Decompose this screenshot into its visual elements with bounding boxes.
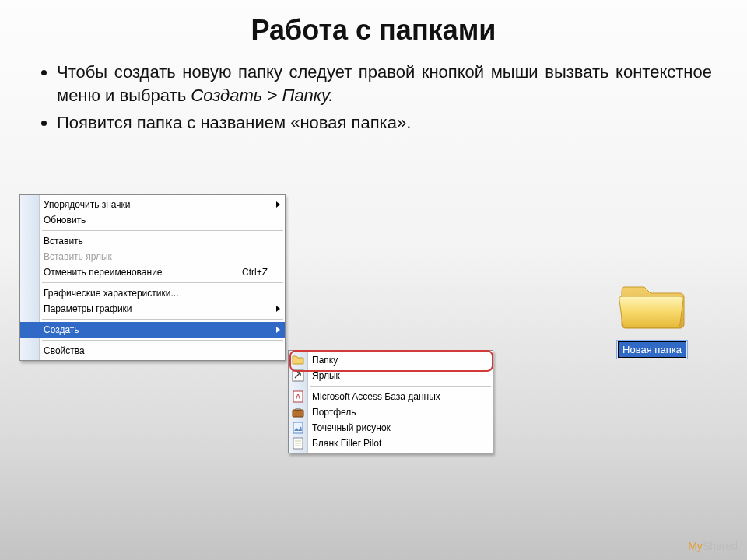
- menu-item-undo-rename[interactable]: Отменить переименование Ctrl+Z: [20, 264, 285, 280]
- watermark-my: My: [688, 540, 703, 552]
- bullet-list: Чтобы создать новую папку следует правой…: [35, 61, 712, 135]
- folder-icon: [292, 354, 304, 366]
- chevron-right-icon: [276, 201, 280, 208]
- submenu-item-briefcase[interactable]: Портфель: [289, 404, 493, 420]
- menu-separator: [42, 319, 283, 320]
- new-folder[interactable]: Новая папка: [613, 276, 691, 358]
- watermark-shared: Shared: [703, 540, 738, 552]
- page-title: Работа с папками: [0, 0, 747, 47]
- menu-item-refresh[interactable]: Обновить: [20, 212, 285, 228]
- submenu-item-bitmap[interactable]: Точечный рисунок: [289, 420, 493, 436]
- bullet-1-text: Чтобы создать новую папку следует правой…: [57, 62, 712, 105]
- form-icon: [292, 437, 304, 450]
- bullet-1-emphasis: Создать > Папку.: [191, 86, 333, 105]
- bullet-2: Появится папка с названием «новая папка»…: [57, 111, 712, 135]
- bitmap-icon: [292, 422, 304, 434]
- submenu-item-folder[interactable]: Папку: [289, 352, 493, 368]
- slide: Работа с папками Чтобы создать новую пап…: [0, 0, 747, 560]
- access-db-icon: A: [292, 390, 304, 403]
- submenu-item-filler-pilot[interactable]: Бланк Filler Pilot: [289, 436, 493, 451]
- bullet-1: Чтобы создать новую папку следует правой…: [57, 61, 712, 107]
- shortcut-icon: [292, 369, 304, 382]
- menu-separator: [42, 230, 283, 231]
- menu-item-paste-shortcut: Вставить ярлык: [20, 249, 285, 264]
- menu-item-create[interactable]: Создать: [20, 322, 285, 338]
- submenu-item-shortcut[interactable]: Ярлык: [289, 368, 493, 383]
- context-menu[interactable]: Упорядочить значки Обновить Вставить Вст…: [19, 194, 286, 361]
- menu-separator: [42, 340, 283, 341]
- menu-separator: [42, 282, 283, 283]
- svg-text:A: A: [296, 393, 301, 401]
- menu-item-properties[interactable]: Свойства: [20, 343, 285, 359]
- watermark: MyShared: [688, 540, 738, 552]
- folder-large-icon: [619, 276, 685, 331]
- menu-item-graphics-params[interactable]: Параметры графики: [20, 301, 285, 317]
- menu-item-arrange-icons[interactable]: Упорядочить значки: [20, 197, 285, 212]
- menu-item-paste[interactable]: Вставить: [20, 233, 285, 249]
- folder-name-edit[interactable]: Новая папка: [618, 341, 686, 358]
- menu-item-graphics-properties[interactable]: Графические характеристики...: [20, 285, 285, 301]
- shortcut-text: Ctrl+Z: [242, 267, 268, 278]
- menu-separator: [310, 386, 491, 387]
- chevron-right-icon: [276, 306, 280, 312]
- briefcase-icon: [292, 406, 304, 418]
- chevron-right-icon: [276, 327, 280, 333]
- create-submenu[interactable]: Папку Ярлык A Microsoft Access База данн…: [288, 350, 493, 453]
- svg-rect-0: [293, 370, 303, 381]
- submenu-item-access-db[interactable]: A Microsoft Access База данных: [289, 389, 493, 404]
